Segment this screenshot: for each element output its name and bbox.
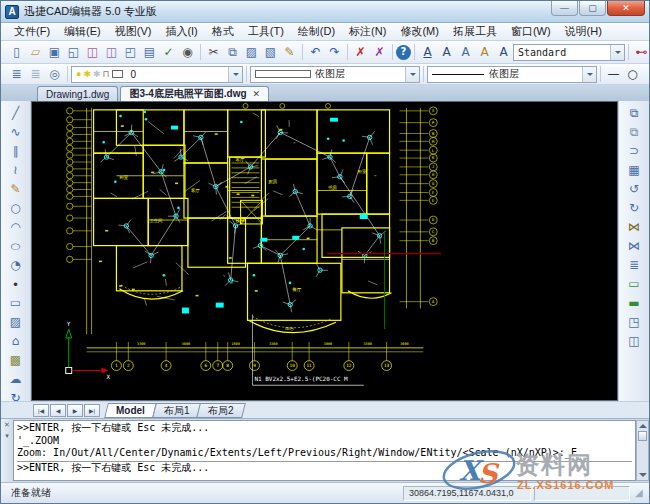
save-button[interactable]: ▣ bbox=[45, 43, 64, 61]
layout-nav-button[interactable]: |◀ bbox=[33, 404, 49, 417]
drawing-canvas[interactable]: 卧室客厅厨房楼梯餐厅书房卫生间卧室阳台客厅1246789101112133300… bbox=[31, 101, 618, 401]
close-button[interactable]: ✕ bbox=[607, 1, 645, 16]
maximize-button[interactable]: ▢ bbox=[579, 1, 606, 16]
text-single-line-button[interactable]: A bbox=[418, 43, 437, 61]
layer-off-button[interactable]: ≣ bbox=[26, 65, 45, 83]
document-tab[interactable]: 图3-4底层电照平面图.dwg✕ bbox=[120, 86, 269, 101]
layout-nav-button[interactable]: ▶| bbox=[84, 404, 100, 417]
copy-object-button[interactable]: ⧉ bbox=[622, 103, 646, 122]
spell-check-button[interactable]: ✓ bbox=[159, 43, 178, 61]
polyline-button[interactable]: ∿ bbox=[4, 122, 28, 141]
line-button[interactable]: ╱ bbox=[4, 103, 28, 122]
copy-button[interactable]: ⧉ bbox=[223, 43, 242, 61]
menu-item[interactable]: 窗口(W) bbox=[504, 23, 558, 40]
combo-dropdown-icon[interactable] bbox=[610, 45, 624, 60]
polygon-button[interactable]: ⌂ bbox=[4, 331, 28, 350]
linetype-combo[interactable]: 依图层 bbox=[427, 66, 597, 83]
undo-button[interactable]: ↶ bbox=[306, 43, 325, 61]
rectangle-button[interactable]: ▭ bbox=[4, 293, 28, 312]
pan-regen-button[interactable]: ↻ bbox=[4, 388, 28, 401]
color-combo-dropdown-icon[interactable] bbox=[405, 67, 419, 82]
layout-nav-button[interactable]: ◀ bbox=[50, 404, 66, 417]
offset-button[interactable]: ⊃ bbox=[622, 141, 646, 160]
command-history[interactable]: >>ENTER, 按一下右键或 Esc 未完成...'_.ZOOMZoom: I… bbox=[13, 420, 636, 481]
print-preview-button[interactable]: ◰ bbox=[121, 43, 140, 61]
cad-drawing[interactable]: 卧室客厅厨房楼梯餐厅书房卫生间卧室阳台客厅1246789101112133300… bbox=[32, 102, 617, 400]
layer-combo[interactable]: ● ✱ ✱ ⊓ 0 bbox=[71, 66, 243, 83]
align-button[interactable]: ≣ bbox=[622, 255, 646, 274]
layout-nav-button[interactable]: ▶ bbox=[67, 404, 83, 417]
status-toggles[interactable] bbox=[534, 486, 630, 501]
menu-item[interactable]: 标注(N) bbox=[342, 23, 393, 40]
layer-properties-button[interactable]: ≣ bbox=[7, 65, 26, 83]
menu-item[interactable]: 修改(M) bbox=[393, 23, 446, 40]
text-style-combo[interactable]: Standard bbox=[513, 44, 625, 61]
page-setup-button[interactable]: ▤ bbox=[140, 43, 159, 61]
text-color-button[interactable]: A bbox=[475, 43, 494, 61]
format-painter-button[interactable]: ✎ bbox=[280, 43, 299, 61]
spline-button[interactable]: ≀ bbox=[4, 160, 28, 179]
revision-cloud-button[interactable]: ☁ bbox=[4, 369, 28, 388]
find-button[interactable]: ◉ bbox=[178, 43, 197, 61]
stretch-button[interactable]: ▬ bbox=[622, 293, 646, 312]
rotate-left-button[interactable]: ↺ bbox=[622, 179, 646, 198]
dimension-style-button[interactable]: ⊷ bbox=[632, 43, 649, 61]
save-as-button[interactable]: ◱ bbox=[64, 43, 83, 61]
tab-close-icon[interactable]: ✕ bbox=[253, 89, 261, 99]
color-combo[interactable]: 依图层 bbox=[250, 66, 420, 83]
layer-combo-dropdown-icon[interactable] bbox=[228, 67, 242, 82]
redo-button[interactable]: ↷ bbox=[325, 43, 344, 61]
lineweight-button[interactable]: — bbox=[604, 65, 623, 83]
break-button[interactable]: ◫ bbox=[622, 331, 646, 350]
point-button[interactable]: ∙ bbox=[4, 274, 28, 293]
circle-button[interactable]: ○ bbox=[4, 198, 28, 217]
minimize-button[interactable]: — bbox=[551, 1, 578, 16]
delete-button[interactable]: ✗ bbox=[351, 43, 370, 61]
menu-item[interactable]: 插入(I) bbox=[158, 23, 204, 40]
multiline-button[interactable]: ∥ bbox=[4, 141, 28, 160]
document-tab[interactable]: Drawing1.dwg bbox=[37, 86, 118, 101]
linetype-combo-dropdown-icon[interactable] bbox=[582, 67, 596, 82]
layout-tab-model[interactable]: Model bbox=[104, 403, 157, 418]
arc-button[interactable]: ◠ bbox=[4, 217, 28, 236]
array-button[interactable]: ▦ bbox=[622, 160, 646, 179]
command-panel-control-icon[interactable]: ✕ bbox=[4, 421, 10, 429]
menu-item[interactable]: 文件(F) bbox=[7, 23, 57, 40]
print-button[interactable]: ◫ bbox=[83, 43, 102, 61]
resize-grip[interactable]: ◢ bbox=[635, 487, 647, 499]
menu-item[interactable]: 视图(V) bbox=[108, 23, 159, 40]
open-file-button[interactable]: ▱ bbox=[26, 43, 45, 61]
scroll-down-icon[interactable] bbox=[639, 473, 647, 477]
layer-search-button[interactable]: ◎ bbox=[45, 65, 64, 83]
layout-tab-布局2[interactable]: 布局2 bbox=[197, 403, 246, 418]
mirror-button[interactable]: ⋈ bbox=[622, 217, 646, 236]
ellipse-button[interactable]: ○ bbox=[4, 236, 28, 255]
paste-button[interactable]: ▨ bbox=[242, 43, 261, 61]
plot-style-button[interactable]: ○ bbox=[623, 65, 642, 83]
text-edit-button[interactable]: A bbox=[456, 43, 475, 61]
scroll-up-icon[interactable] bbox=[639, 424, 647, 428]
layout-tab-布局1[interactable]: 布局1 bbox=[152, 403, 201, 418]
menu-item[interactable]: 编辑(E) bbox=[57, 23, 108, 40]
rotate-right-button[interactable]: ↻ bbox=[622, 198, 646, 217]
copy-nested-button[interactable]: ⧉ bbox=[622, 122, 646, 141]
menu-item[interactable]: 说明(H) bbox=[558, 23, 609, 40]
menu-item[interactable]: 绘制(D) bbox=[291, 23, 342, 40]
command-panel-control-icon[interactable]: ▾ bbox=[5, 432, 9, 440]
paste-special-button[interactable]: ▧ bbox=[261, 43, 280, 61]
menu-item[interactable]: 工具(T) bbox=[241, 23, 291, 40]
sketch-button[interactable]: ✎ bbox=[4, 179, 28, 198]
ellipse-arc-button[interactable]: ◔ bbox=[4, 255, 28, 274]
new-file-button[interactable]: ▯ bbox=[7, 43, 26, 61]
text-multiline-button[interactable]: A bbox=[437, 43, 456, 61]
menu-item[interactable]: 格式 bbox=[205, 23, 241, 40]
purge-button[interactable]: ✗ bbox=[370, 43, 389, 61]
scrollbar-thumb[interactable] bbox=[638, 431, 647, 441]
scale-button[interactable]: ▭ bbox=[622, 274, 646, 293]
hatch-button[interactable]: ▨ bbox=[4, 312, 28, 331]
menu-item[interactable]: 拓展工具 bbox=[446, 23, 504, 40]
quick-print-button[interactable]: ◫ bbox=[102, 43, 121, 61]
cut-button[interactable]: ✂ bbox=[204, 43, 223, 61]
mirror-vertical-button[interactable]: ⋈ bbox=[622, 236, 646, 255]
region-button[interactable]: ▩ bbox=[4, 350, 28, 369]
